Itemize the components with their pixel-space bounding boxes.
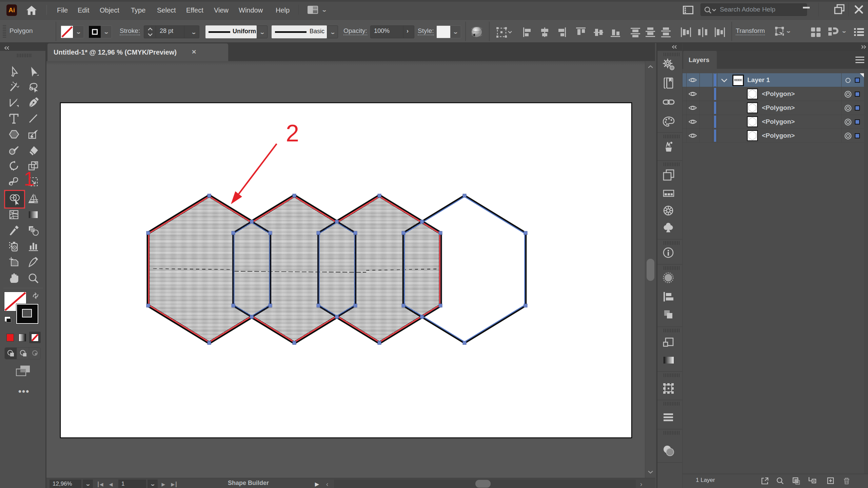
svg-text:2: 2 xyxy=(286,120,299,147)
